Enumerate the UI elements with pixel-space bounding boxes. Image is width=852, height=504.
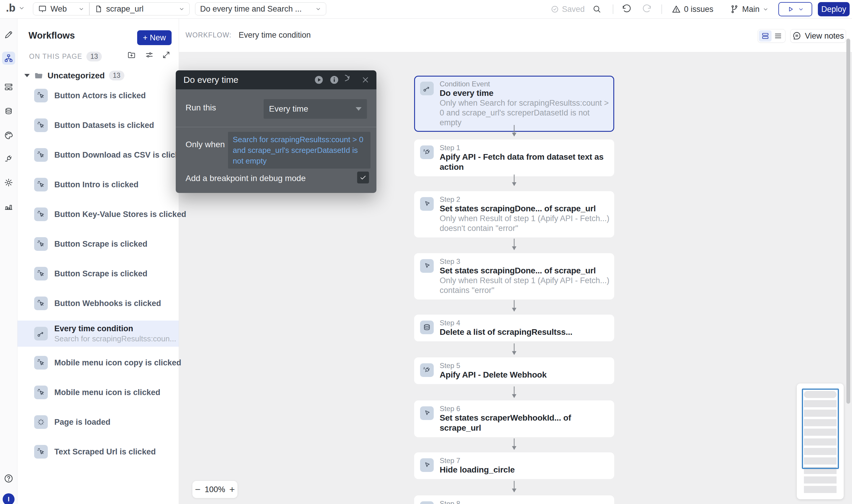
workflow-list-item-selected[interactable]: Every time condition Search for scraping… [17,321,179,347]
step-card[interactable]: Step 3 Set states scrapingDone... of scr… [414,253,614,300]
flow-arrow [510,124,518,137]
step-card[interactable]: Step 4 Delete a list of scrapingResultss… [414,314,614,341]
context-switcher: Web scrape_url [33,2,190,15]
workflow-list-item[interactable]: Page is loaded [17,407,179,437]
dialog-header[interactable]: Do every time [176,70,377,89]
plugin-plug-icon [422,366,431,375]
rail-item-data-tables[interactable] [2,80,15,93]
minimap-bar [804,476,837,484]
folder-row-uncategorized[interactable]: Uncategorized 13 [24,71,124,80]
rail-item-styles[interactable] [2,129,15,142]
rail-item-design[interactable] [2,28,15,41]
save-status-label: Saved [562,5,585,14]
workflow-list-item[interactable]: Mobile menu icon copy is clicked [17,348,179,378]
workflow-list-item[interactable]: Text Scraped Url is clicked [17,437,179,467]
search-button[interactable] [592,0,602,18]
database-icon [422,323,431,332]
save-status: Saved [551,0,585,18]
cards-view-button[interactable] [759,30,772,41]
page-dropdown[interactable]: scrape_url [90,3,190,15]
comment-icon[interactable] [345,75,355,85]
divider [613,4,613,14]
workflow-list-item[interactable]: Button Key-Value Stores is clicked [17,199,179,229]
view-notes-button[interactable]: View notes [790,29,846,43]
condition-icon [422,84,431,93]
rail-item-settings[interactable] [2,176,15,189]
list-view-icon [774,32,782,40]
step-card[interactable]: Step 1 Apify API - Fetch data from datas… [414,140,614,176]
zoom-in-button[interactable]: + [230,485,235,494]
data-tables-icon [4,82,13,92]
new-workflow-label: + New [143,33,166,42]
breakpoint-checkbox[interactable] [357,172,369,183]
page-label: scrape_url [106,4,144,14]
info-icon[interactable] [329,75,339,85]
expand-icon [162,51,171,59]
bubble-logo[interactable]: .b [6,2,25,14]
on-this-page-count: 13 [86,52,102,61]
deploy-button[interactable]: Deploy [818,2,850,16]
step-card[interactable]: Step 7 Hide loading_circle [414,452,614,479]
rail-item-plugins[interactable] [2,152,15,165]
cursor-click-icon [37,447,46,456]
redo-button[interactable] [642,0,652,18]
deploy-label: Deploy [821,5,846,14]
view-notes-label: View notes [805,32,844,41]
list-view-button[interactable] [772,30,784,41]
add-folder-button[interactable] [127,51,136,59]
step-card[interactable]: Step 2 Set states scrapingDone... of scr… [414,191,614,237]
panel-title: Workflows [29,30,75,41]
step-card[interactable]: Step 8 [414,496,614,504]
step-card[interactable]: Step 5 Apify API - Delete Webhook [414,357,614,384]
rail-item-workflow[interactable] [2,52,15,65]
only-when-expression[interactable]: Search for scrapingResultss:count > 0 an… [228,132,370,168]
workflow-list-item[interactable]: Button Datasets is clicked [17,110,179,140]
rail-item-logs[interactable] [2,200,15,213]
collapse-caret-icon[interactable] [24,74,30,77]
zoom-out-button[interactable]: − [195,485,201,494]
undo-icon [622,4,632,14]
chevron-down-icon [763,6,768,12]
minimap[interactable] [797,383,844,499]
zoom-control: − 100% + [192,481,237,498]
workflow-selector-dropdown[interactable]: Do every time and Search ... [195,2,326,15]
workflow-list-item[interactable]: Button Webhooks is clicked [17,288,179,318]
minimap-viewport[interactable] [802,389,839,469]
step-card[interactable]: Step 6 Set states scraperWebhookId... of… [414,400,614,437]
close-icon[interactable] [361,75,370,84]
rail-item-database[interactable] [2,105,15,118]
cursor-click-icon [37,150,46,159]
workflow-list-item[interactable]: Button Actors is clicked [17,81,179,110]
expand-panel-button[interactable] [162,51,171,59]
page-load-burst-icon [37,418,46,427]
branch-selector[interactable]: Main [730,0,768,18]
workflow-selector-label: Do every time and Search ... [200,4,302,14]
condition-event-card[interactable]: Condition Event Do every time Only when … [414,76,614,132]
platform-dropdown[interactable]: Web [33,3,89,15]
workflow-list-item[interactable]: Button Scrape is clicked [17,259,179,288]
logs-chart-icon [4,201,13,211]
workflow-list-item[interactable]: Button Scrape is clicked [17,229,179,259]
canvas-scrollbar-thumb[interactable] [846,39,850,404]
preview-button[interactable] [778,2,812,16]
chevron-down-icon [18,5,25,11]
chevron-down-icon [798,6,804,12]
warning-triangle-icon [671,4,681,14]
sliders-icon [145,51,154,59]
cursor-click-icon [37,299,46,308]
flow-arrow [510,300,518,312]
account-avatar[interactable]: I [3,493,15,504]
issues-button[interactable]: 0 issues [671,0,713,18]
new-workflow-button[interactable]: + New [137,30,171,45]
zoom-level: 100% [204,485,225,494]
filter-button[interactable] [145,51,154,59]
on-this-page-row: ON THIS PAGE 13 [29,52,102,61]
pencil-icon [4,30,13,39]
run-play-icon[interactable] [314,75,324,85]
rail-item-help[interactable] [2,472,15,485]
workflow-list-item[interactable]: Button Intro is clicked [17,170,179,199]
workflow-list-item[interactable]: Button Download as CSV is clicked [17,140,179,170]
workflow-list-item[interactable]: Mobile menu icon is clicked [17,378,179,407]
run-this-dropdown[interactable]: Every time [264,99,367,119]
undo-button[interactable] [622,0,632,18]
